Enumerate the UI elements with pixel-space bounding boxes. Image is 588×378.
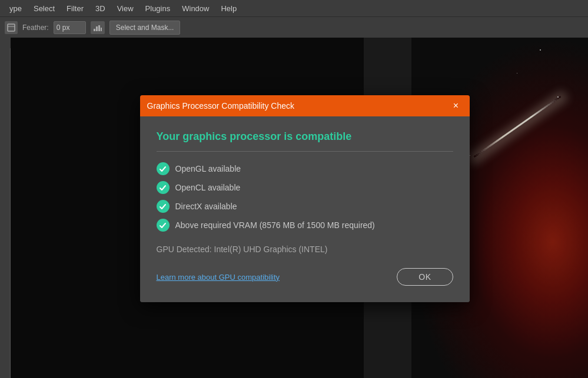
dialog-footer: Learn more about GPU compatibility OK xyxy=(157,268,453,286)
check-icon-vram xyxy=(157,219,170,232)
dialog-heading: Your graphics processor is compatible xyxy=(157,131,453,143)
histogram-icon[interactable] xyxy=(91,21,105,34)
feather-label: Feather: xyxy=(22,24,49,32)
list-item: OpenCL available xyxy=(157,181,453,194)
svg-rect-4 xyxy=(98,25,100,31)
list-item: DirectX available xyxy=(157,200,453,213)
dialog-header: Graphics Processor Compatibility Check × xyxy=(140,95,470,116)
menu-window[interactable]: Window xyxy=(177,3,214,14)
check-label-vram: Above required VRAM (8576 MB of 1500 MB … xyxy=(175,220,375,230)
svg-rect-0 xyxy=(8,24,15,31)
menu-plugins[interactable]: Plugins xyxy=(141,3,175,14)
check-label-opengl: OpenGL available xyxy=(175,164,241,173)
list-item: Above required VRAM (8576 MB of 1500 MB … xyxy=(157,219,453,232)
feather-input[interactable] xyxy=(54,21,86,34)
menubar: ype Select Filter 3D View Plugins Window… xyxy=(0,0,588,16)
check-list: OpenGL available OpenCL available xyxy=(157,162,453,232)
menu-filter[interactable]: Filter xyxy=(62,3,88,14)
check-label-directx: DirectX available xyxy=(175,202,237,211)
dialog-overlay: Graphics Processor Compatibility Check ×… xyxy=(21,48,588,378)
select-mask-button[interactable]: Select and Mask... xyxy=(109,21,181,35)
menu-3d[interactable]: 3D xyxy=(91,3,110,14)
ok-button[interactable]: OK xyxy=(397,268,453,286)
ruler-vertical xyxy=(0,48,11,378)
dialog-body: Your graphics processor is compatible Op… xyxy=(140,116,470,302)
canvas-area: Graphics Processor Compatibility Check ×… xyxy=(11,38,588,378)
toolbar: Feather: Select and Mask... xyxy=(0,16,588,38)
dialog-title: Graphics Processor Compatibility Check xyxy=(147,101,295,111)
menu-view[interactable]: View xyxy=(112,3,138,14)
check-icon-opengl xyxy=(157,162,170,175)
learn-more-link[interactable]: Learn more about GPU compatibility xyxy=(157,273,280,282)
check-icon-directx xyxy=(157,200,170,213)
svg-rect-2 xyxy=(94,29,95,31)
svg-rect-5 xyxy=(101,28,102,31)
dialog-close-button[interactable]: × xyxy=(450,99,463,112)
check-label-opencl: OpenCL available xyxy=(175,183,241,192)
menu-select[interactable]: Select xyxy=(29,3,59,14)
svg-rect-3 xyxy=(96,26,98,31)
menu-ype[interactable]: ype xyxy=(5,3,26,14)
gpu-detected-text: GPU Detected: Intel(R) UHD Graphics (INT… xyxy=(157,245,453,254)
dialog-divider xyxy=(157,151,453,152)
menu-help[interactable]: Help xyxy=(216,3,241,14)
ruler-corner xyxy=(0,38,11,48)
compatibility-dialog: Graphics Processor Compatibility Check ×… xyxy=(140,95,470,302)
list-item: OpenGL available xyxy=(157,162,453,175)
tool-icon xyxy=(5,21,18,34)
check-icon-opencl xyxy=(157,181,170,194)
